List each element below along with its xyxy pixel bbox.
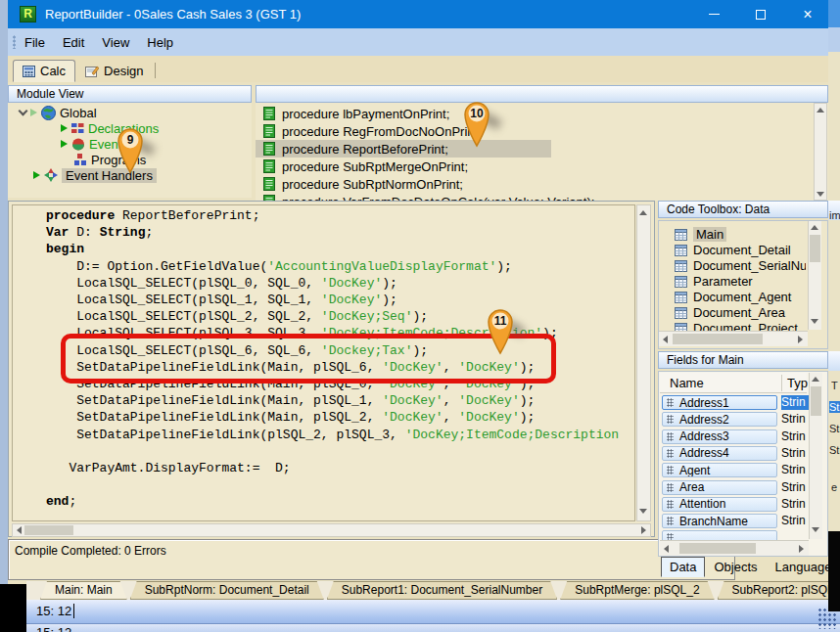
scroll-up-icon[interactable] — [812, 377, 819, 382]
expander-triangle-icon[interactable] — [30, 109, 37, 116]
scrollbar-thumb[interactable] — [24, 525, 73, 535]
scroll-right-icon[interactable] — [798, 336, 803, 343]
column-divider[interactable] — [781, 375, 782, 391]
scroll-up-icon[interactable] — [639, 210, 647, 215]
tree-item-global[interactable]: Global — [20, 105, 97, 120]
drag-handle-icon[interactable] — [667, 517, 674, 525]
procedures-scrollbar[interactable] — [814, 103, 827, 201]
scroll-up-icon[interactable] — [817, 108, 824, 113]
field-type-cell[interactable]: Strin — [781, 395, 811, 410]
field-row[interactable]: Address4 Strin — [662, 446, 807, 462]
field-type-cell[interactable]: Strin — [781, 429, 811, 444]
toolbox-item[interactable]: Parameter — [675, 274, 806, 289]
toolbox-item[interactable]: Document_Agent — [675, 290, 806, 304]
field-type-cell[interactable]: Strin — [781, 497, 811, 512]
scroll-left-icon[interactable] — [664, 545, 669, 553]
field-name-cell[interactable]: Agent — [662, 463, 777, 477]
scroll-down-icon[interactable] — [811, 319, 818, 324]
field-type-cell[interactable]: Strin — [781, 446, 811, 461]
expander-triangle-icon[interactable] — [33, 171, 40, 179]
field-row[interactable]: BranchName Strin — [662, 514, 807, 529]
drag-handle-icon[interactable] — [667, 415, 674, 424]
document-tab[interactable]: SubReport2: plSQL_6 — [718, 581, 840, 600]
scrollbar-thumb[interactable] — [810, 235, 820, 262]
toolbox-item[interactable]: Document_Area — [675, 305, 806, 320]
document-tab[interactable]: Main: Main — [40, 581, 127, 600]
code-horizontal-scrollbar[interactable] — [12, 523, 651, 537]
field-type-cell[interactable]: Strin — [781, 480, 811, 495]
procedure-list-item[interactable]: procedure VarFromDocDateOnCalc(var Value… — [256, 193, 828, 201]
toolbox-horizontal-scrollbar[interactable] — [659, 331, 808, 346]
field-type-cell[interactable]: Strin — [781, 514, 811, 528]
minimize-button[interactable] — [693, 0, 734, 28]
field-name-cell[interactable]: Address2 — [662, 412, 777, 427]
tab-data[interactable]: Data — [661, 557, 705, 577]
tab-objects[interactable]: Objects — [705, 557, 766, 577]
procedure-list-item[interactable]: procedure SubRptMergeOnPrint; — [256, 158, 828, 175]
scroll-up-icon[interactable] — [811, 225, 818, 230]
field-name-cell[interactable]: Address3 — [662, 429, 777, 444]
procedure-list-item[interactable]: procedure lbPaymentOnPrint; — [256, 105, 828, 122]
menu-item[interactable]: File — [16, 35, 54, 50]
drag-handle-icon[interactable] — [667, 432, 674, 441]
field-name-cell[interactable]: Attention — [662, 497, 777, 512]
field-row[interactable]: Address1 Strin — [662, 395, 807, 411]
scroll-right-icon[interactable] — [799, 545, 804, 553]
scrollbar-thumb[interactable] — [679, 543, 756, 554]
field-row[interactable]: Address3 Strin — [662, 429, 807, 445]
chevron-down-icon[interactable] — [19, 106, 28, 115]
fields-vertical-scrollbar[interactable] — [809, 373, 822, 539]
procedure-list-item[interactable]: procedure ReportBeforePrint; — [256, 140, 551, 158]
close-button[interactable]: × — [787, 0, 828, 28]
field-type-cell[interactable]: Strin — [781, 412, 811, 427]
scroll-down-icon[interactable] — [817, 192, 824, 197]
document-tab[interactable]: SubReport1: Document_SerialNumber — [327, 581, 557, 600]
tab-calc[interactable]: Calc — [13, 60, 75, 82]
field-row[interactable]: Area Strin — [662, 480, 807, 496]
toolbox-vertical-scrollbar[interactable] — [808, 221, 821, 330]
drag-handle-icon[interactable] — [667, 398, 674, 407]
drag-handle-icon[interactable] — [667, 483, 674, 492]
field-name-cell[interactable]: Area — [662, 480, 777, 495]
field-name-cell[interactable]: Address4 — [662, 446, 777, 461]
field-type-cell[interactable]: Strin — [781, 463, 811, 477]
field-row[interactable]: Agent Strin — [662, 463, 807, 478]
drag-handle-icon[interactable] — [667, 466, 674, 474]
field-row[interactable]: Address2 Strin — [662, 412, 807, 428]
document-tab[interactable]: SubRptNorm: Document_Detail — [130, 581, 324, 600]
drag-handle-icon[interactable] — [667, 449, 674, 458]
annotation-pin-11: 11 — [486, 308, 515, 357]
procedure-list-item[interactable]: procedure SubRptNormOnPrint; — [256, 175, 828, 193]
tab-design[interactable]: Design — [75, 60, 153, 82]
document-tab[interactable]: SubRptMerge: plSQL_2 — [560, 581, 714, 600]
drag-handle-icon[interactable] — [667, 500, 674, 509]
column-header-type[interactable]: Typ — [787, 376, 808, 390]
field-name-cell[interactable]: BranchName — [662, 514, 777, 528]
scrollbar-thumb[interactable] — [673, 334, 763, 344]
toolbox-item[interactable]: Main — [675, 227, 806, 242]
expander-triangle-icon[interactable] — [61, 140, 68, 148]
scroll-right-icon[interactable] — [641, 526, 646, 534]
scrollbar-thumb[interactable] — [811, 386, 821, 416]
scroll-down-icon[interactable] — [812, 527, 819, 532]
expander-triangle-icon[interactable] — [61, 124, 68, 132]
scroll-left-icon[interactable] — [17, 526, 22, 534]
menu-item[interactable]: Edit — [54, 35, 93, 50]
field-name-cell[interactable]: Address1 — [662, 395, 777, 410]
toolbox-item-label: Document_SerialNumber — [693, 258, 806, 273]
toolbox-item[interactable]: Document_Detail — [675, 243, 806, 257]
scroll-left-icon[interactable] — [663, 336, 668, 343]
maximize-button[interactable] — [740, 0, 781, 28]
code-vertical-scrollbar[interactable] — [636, 204, 651, 521]
toolbox-item[interactable]: Document_SerialNumber — [675, 258, 806, 273]
taskbar: 15: 12 15: 12 — [26, 600, 840, 632]
menu-item[interactable]: View — [93, 35, 138, 50]
procedure-list-item[interactable]: procedure RegFromDocNoOnPrint; — [256, 122, 828, 140]
fields-horizontal-scrollbar[interactable] — [660, 540, 809, 556]
field-name-label: Agent — [679, 464, 710, 477]
field-row[interactable]: Attention Strin — [662, 497, 807, 513]
field-name-label: Address1 — [679, 396, 729, 410]
column-header-name[interactable]: Name — [670, 376, 704, 390]
menu-item[interactable]: Help — [138, 35, 182, 50]
scroll-down-icon[interactable] — [639, 509, 647, 514]
